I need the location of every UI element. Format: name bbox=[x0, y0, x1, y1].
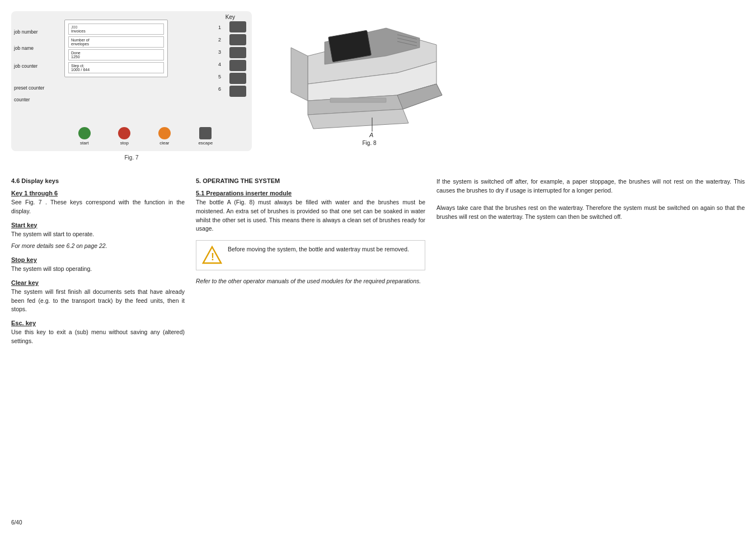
stop-key-body: The system will stop operating. bbox=[11, 265, 185, 274]
content-section: 4.6 Display keys Key 1 through 6 See Fig… bbox=[11, 177, 745, 349]
fig7-label-job-number: job number bbox=[14, 28, 44, 36]
fig7-label-counter: counter bbox=[14, 96, 44, 104]
key1-6-body: See Fig. 7 . These keys correspond with … bbox=[11, 198, 185, 216]
start-key-body: The system will start to operate. bbox=[11, 230, 185, 239]
figures-row: job number job name job counter preset c… bbox=[11, 11, 745, 161]
svg-rect-8 bbox=[330, 98, 386, 102]
fig8-image: A bbox=[285, 11, 453, 140]
warning-box: ! Before moving the system, the bottle a… bbox=[196, 240, 425, 270]
section-51-body1: The bottle A (Fig. 8) must always be fil… bbox=[196, 198, 425, 233]
clear-key-title: Clear key bbox=[11, 279, 185, 286]
col-middle: 5. OPERATING THE SYSTEM 5.1 Preparations… bbox=[196, 177, 436, 349]
warning-icon: ! bbox=[202, 245, 222, 265]
fig7-caption: Fig. 7 bbox=[11, 154, 252, 161]
key-num-6: 6 bbox=[218, 83, 221, 95]
fig7-diagram: job number job name job counter preset c… bbox=[11, 11, 252, 151]
clear-key-body: The system will first finish all documen… bbox=[11, 288, 185, 314]
fig7-container: job number job name job counter preset c… bbox=[11, 11, 252, 161]
key-num-5: 5 bbox=[218, 71, 221, 83]
fig8-diagram: A bbox=[285, 11, 453, 140]
key-num-3: 3 bbox=[218, 46, 221, 58]
section-5-heading: 5. OPERATING THE SYSTEM bbox=[196, 177, 425, 184]
page-number: 6/40 bbox=[11, 519, 22, 526]
col-right: If the system is switched off after, for… bbox=[436, 177, 745, 349]
escape-button[interactable]: escape bbox=[198, 127, 213, 146]
start-key-title: Start key bbox=[11, 222, 185, 228]
key1-6-title: Key 1 through 6 bbox=[11, 190, 185, 196]
stop-key-title: Stop key bbox=[11, 256, 185, 263]
section-51-italic: Refer to the other operator manuals of t… bbox=[196, 277, 425, 286]
start-key-detail: For more details see 6.2 on page 22. bbox=[11, 242, 185, 251]
col-right-body: If the system is switched off after, for… bbox=[436, 177, 745, 222]
key-num-1: 1 bbox=[218, 21, 221, 34]
section-46-heading: 4.6 Display keys bbox=[11, 177, 185, 184]
key-num-2: 2 bbox=[218, 34, 221, 46]
key-num-4: 4 bbox=[218, 58, 221, 71]
svg-marker-2 bbox=[291, 48, 308, 101]
fig7-label-preset-counter: preset counter bbox=[14, 84, 44, 92]
fig8-caption: Fig. 8 bbox=[362, 140, 376, 146]
start-button[interactable]: start bbox=[78, 127, 91, 146]
svg-text:!: ! bbox=[211, 251, 214, 263]
key-title: Key bbox=[226, 14, 235, 20]
clear-button[interactable]: clear bbox=[158, 127, 171, 146]
esc-key-title: Esc. key bbox=[11, 320, 185, 326]
esc-key-body: Use this key to exit a (sub) menu withou… bbox=[11, 328, 185, 346]
fig7-label-job-name: job name bbox=[14, 44, 44, 53]
fig7-label-job-counter: job counter bbox=[14, 62, 44, 71]
section-51-heading: 5.1 Preparations inserter module bbox=[196, 190, 425, 196]
svg-text:A: A bbox=[369, 132, 373, 138]
stop-button[interactable]: stop bbox=[118, 127, 130, 146]
fig8-container: A Fig. 8 bbox=[274, 11, 464, 146]
warning-text: Before moving the system, the bottle and… bbox=[228, 245, 409, 254]
col-left: 4.6 Display keys Key 1 through 6 See Fig… bbox=[11, 177, 196, 349]
